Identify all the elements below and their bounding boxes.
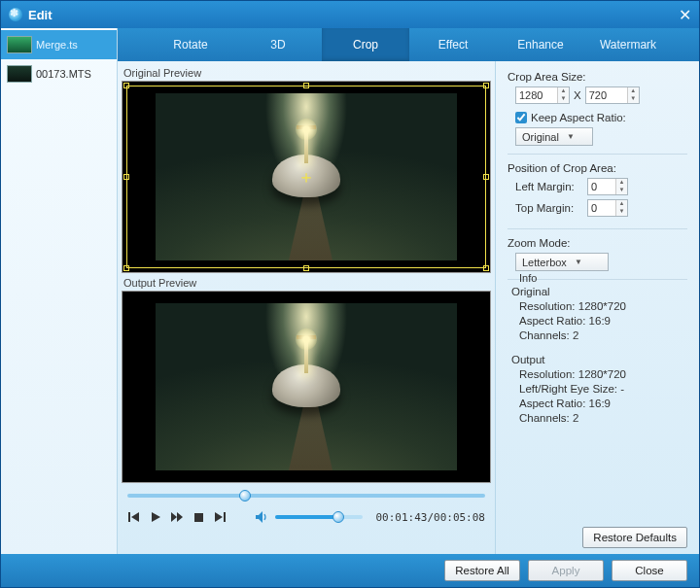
left-margin-stepper[interactable]: ▲▼ (587, 178, 628, 195)
sidebar-item-label: Merge.ts (36, 39, 78, 51)
crop-handle[interactable] (303, 265, 309, 271)
crop-handle[interactable] (123, 83, 129, 88)
zoom-mode-select[interactable]: Letterbox ▼ (515, 253, 609, 271)
crop-handle[interactable] (483, 265, 489, 271)
volume-group (256, 510, 363, 524)
stop-button[interactable] (192, 510, 205, 524)
edit-window: Edit ✕ Merge.ts 00173.MTS Rotate 3D Crop… (0, 0, 700, 588)
output-preview (122, 291, 491, 483)
crop-handle[interactable] (303, 83, 309, 88)
crop-panel: Crop Area Size: ▲▼ X ▲▼ (495, 61, 699, 554)
info-original: Original Resolution: 1280*720 Aspect Rat… (508, 286, 687, 344)
tab-bar: Rotate 3D Crop Effect Enhance Watermark (118, 28, 699, 61)
up-arrow-icon[interactable]: ▲ (616, 179, 627, 187)
tab-label: Crop (353, 38, 378, 52)
left-margin-label: Left Margin: (515, 181, 583, 192)
main-area: Rotate 3D Crop Effect Enhance Watermark … (118, 28, 699, 554)
tab-rotate[interactable]: Rotate (147, 28, 234, 61)
tab-label: 3D (270, 38, 285, 52)
info-heading: Info (517, 272, 539, 284)
svg-marker-4 (177, 512, 183, 522)
svg-rect-0 (128, 512, 130, 522)
seek-track[interactable] (127, 494, 485, 498)
sidebar-item-00173[interactable]: 00173.MTS (1, 59, 117, 88)
svg-rect-5 (194, 513, 203, 522)
content-area: Original Preview (118, 61, 699, 554)
volume-slider[interactable] (275, 515, 363, 519)
up-arrow-icon[interactable]: ▲ (558, 87, 569, 95)
file-sidebar: Merge.ts 00173.MTS (1, 28, 118, 554)
original-heading: Original (511, 286, 687, 297)
tab-label: Enhance (517, 38, 563, 52)
tab-label: Rotate (173, 38, 207, 52)
volume-thumb[interactable] (332, 511, 344, 523)
svg-marker-3 (171, 512, 177, 522)
zoom-label: Zoom Mode: (508, 237, 687, 249)
aspect-ratio-select[interactable]: Original ▼ (515, 127, 593, 146)
left-margin-input[interactable] (588, 179, 615, 194)
crop-height-input[interactable] (586, 87, 627, 103)
svg-marker-1 (131, 512, 139, 522)
tab-crop[interactable]: Crop (322, 28, 409, 61)
crop-width-stepper[interactable]: ▲▼ (515, 86, 570, 104)
video-frame (156, 303, 457, 470)
close-button[interactable]: Close (612, 560, 687, 581)
chevron-down-icon: ▼ (575, 258, 582, 266)
chevron-down-icon: ▼ (567, 132, 575, 141)
seek-thumb[interactable] (239, 490, 251, 502)
video-frame (156, 93, 457, 260)
down-arrow-icon[interactable]: ▼ (616, 208, 627, 216)
tab-watermark[interactable]: Watermark (584, 28, 672, 61)
tab-label: Effect (438, 38, 468, 52)
top-margin-input[interactable] (588, 200, 615, 216)
crop-handle[interactable] (123, 265, 129, 271)
tab-label: Watermark (600, 38, 656, 52)
restore-defaults-button[interactable]: Restore Defaults (582, 527, 687, 548)
fast-forward-button[interactable] (170, 510, 184, 524)
app-logo-icon (9, 8, 22, 21)
svg-rect-7 (224, 512, 226, 522)
thumbnail-icon (7, 65, 32, 83)
crop-height-stepper[interactable]: ▲▼ (585, 86, 640, 104)
player-controls: 00:01:43/00:05:08 (122, 504, 491, 530)
crop-handle[interactable] (123, 174, 129, 180)
keep-aspect-checkbox[interactable] (515, 112, 527, 123)
up-arrow-icon[interactable]: ▲ (616, 200, 627, 208)
crop-size-label: Crop Area Size: (508, 71, 687, 83)
seek-slider[interactable] (122, 487, 491, 504)
close-icon[interactable]: ✕ (679, 6, 691, 24)
crop-width-input[interactable] (516, 87, 557, 103)
output-heading: Output (511, 354, 687, 365)
play-button[interactable] (149, 510, 162, 524)
tab-effect[interactable]: Effect (409, 28, 497, 61)
apply-button[interactable]: Apply (528, 560, 604, 581)
volume-icon[interactable] (256, 510, 269, 524)
crop-handle[interactable] (483, 174, 489, 180)
down-arrow-icon[interactable]: ▼ (558, 95, 569, 103)
down-arrow-icon[interactable]: ▼ (616, 187, 627, 194)
tab-3d[interactable]: 3D (234, 28, 322, 61)
footer-bar: Restore All Apply Close (1, 554, 699, 587)
info-output: Output Resolution: 1280*720 Left/Right E… (508, 354, 687, 427)
sidebar-item-merge[interactable]: Merge.ts (1, 30, 117, 59)
time-display: 00:01:43/00:05:08 (375, 511, 485, 524)
original-preview[interactable]: ＋ (122, 81, 491, 273)
window-body: Merge.ts 00173.MTS Rotate 3D Crop Effect… (1, 28, 699, 554)
keep-aspect-label: Keep Aspect Ratio: (531, 112, 626, 123)
preview-column: Original Preview (118, 61, 495, 554)
restore-all-button[interactable]: Restore All (444, 560, 520, 581)
next-button[interactable] (213, 510, 227, 524)
svg-marker-6 (215, 512, 223, 522)
prev-button[interactable] (127, 510, 141, 524)
select-value: Letterbox (522, 257, 567, 268)
tab-enhance[interactable]: Enhance (497, 28, 584, 61)
up-arrow-icon[interactable]: ▲ (628, 87, 639, 95)
thumbnail-icon (7, 36, 32, 53)
output-preview-label: Output Preview (123, 277, 491, 289)
original-preview-label: Original Preview (123, 67, 491, 79)
top-margin-label: Top Margin: (515, 202, 583, 214)
svg-marker-2 (152, 512, 160, 522)
crop-handle[interactable] (483, 83, 489, 88)
down-arrow-icon[interactable]: ▼ (628, 95, 639, 103)
top-margin-stepper[interactable]: ▲▼ (587, 199, 628, 217)
